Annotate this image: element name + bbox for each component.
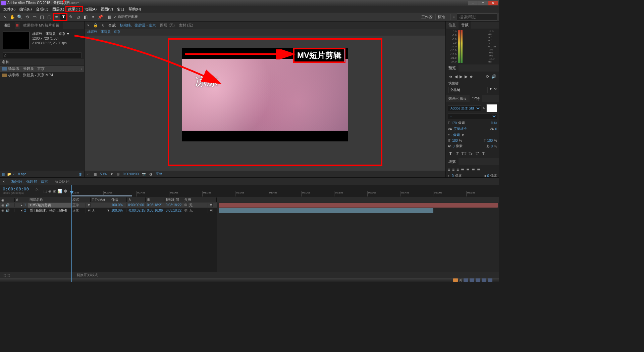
clone-tool[interactable]: ⊿	[75, 14, 81, 20]
timeline-tab[interactable]: 杨宗纬、张碧晨 - 京京	[11, 179, 48, 184]
orbit-tool[interactable]: ⟲	[24, 14, 30, 20]
project-item-comp[interactable]: 杨宗纬、张碧晨 - 京京 ▪	[0, 65, 84, 72]
col-stretch[interactable]: 伸缩	[110, 197, 127, 202]
playhead[interactable]	[71, 185, 72, 282]
comp-tab[interactable]: 杨宗纬、张碧晨 - 京京	[120, 23, 156, 28]
roto-tool[interactable]: ✦	[90, 14, 96, 20]
frame-blend-icon[interactable]: ◈	[48, 189, 51, 193]
camera-tool[interactable]: ▭	[32, 14, 38, 20]
fx-presets-tab[interactable]: 效果和预设	[446, 95, 470, 102]
footage-tab[interactable]: 素材 (无)	[179, 23, 193, 28]
menu-animation[interactable]: 动画(A)	[83, 7, 99, 12]
character-tab[interactable]: 字符	[470, 95, 482, 102]
audio-tab[interactable]: 音频	[459, 21, 471, 29]
workspace-dropdown[interactable]: 标准	[435, 14, 451, 20]
project-tab[interactable]: 项目	[0, 22, 14, 29]
subscript-button[interactable]: T,	[481, 151, 487, 156]
menu-view[interactable]: 视图(V)	[99, 7, 115, 12]
viewer-timecode[interactable]: 0:00:00:00	[123, 172, 139, 176]
paragraph-tab[interactable]: 段落	[446, 158, 459, 165]
loop-icon[interactable]: ⟳	[486, 74, 489, 79]
snap-toggle[interactable]: ▦	[106, 14, 112, 20]
transparency-icon[interactable]: ▦	[94, 172, 97, 176]
fill-color-swatch[interactable]	[486, 104, 497, 112]
col-duration[interactable]: 持续时间	[164, 197, 183, 202]
maximize-button[interactable]: □	[478, 1, 488, 5]
menu-window[interactable]: 窗口	[115, 7, 126, 12]
help-search[interactable]	[457, 13, 497, 20]
last-frame-button[interactable]: ⏭	[470, 74, 474, 79]
align-center-button[interactable]: ≡	[452, 167, 454, 172]
font-style-dropdown[interactable]: -	[448, 114, 497, 119]
col-layer-name[interactable]: 图层名称	[28, 197, 71, 202]
tray-icon[interactable]	[482, 278, 486, 282]
leading[interactable]: 自动	[490, 121, 497, 125]
tracking[interactable]: 0	[495, 127, 497, 131]
selection-tool[interactable]: ↖	[2, 14, 8, 20]
col-mode[interactable]: 模式	[71, 197, 91, 202]
menu-composition[interactable]: 合成(C)	[34, 7, 50, 12]
zoom-dropdown[interactable]: 50%	[100, 172, 107, 176]
font-size[interactable]: 170	[451, 121, 457, 125]
font-family-dropdown[interactable]: Adobe 黑体 Std	[448, 105, 481, 111]
effect-controls-tab[interactable]: 效果控件 MV短片剪辑	[20, 22, 63, 29]
breadcrumb[interactable]: 杨宗纬、张碧晨 - 京京	[85, 29, 445, 36]
menu-effect[interactable]: 效果(T)	[66, 7, 82, 12]
shortcut-dropdown[interactable]: 空格键	[448, 87, 488, 93]
next-frame-button[interactable]: ▶	[465, 74, 468, 79]
interpret-icon[interactable]: ▦	[2, 172, 5, 176]
justify-all-button[interactable]: ≣	[477, 167, 480, 172]
brush-tool[interactable]: ✎	[68, 14, 74, 20]
draft3d-icon[interactable]: ⬢	[64, 189, 67, 193]
tray-icon[interactable]	[464, 278, 468, 282]
col-trkmat[interactable]: T TrkMat	[91, 198, 110, 202]
layer-row-1[interactable]: ◉ 🔊 ▸ 1 T MV短片剪辑 正常▼ 100.0% 0:00:00:00 0…	[0, 203, 217, 208]
align-left-button[interactable]: ≡	[448, 167, 450, 172]
timeline-tracks[interactable]	[217, 203, 499, 272]
res-icon[interactable]: ⊞	[117, 172, 119, 176]
folder-icon[interactable]: 📁	[7, 172, 11, 176]
new-comp-icon[interactable]: ▭	[13, 172, 16, 176]
graph-editor-icon[interactable]: 📊	[57, 189, 62, 193]
prev-frame-button[interactable]: ◀	[454, 74, 458, 79]
auto-open-panel[interactable]: 自动打开面板	[118, 14, 138, 19]
info-tab[interactable]: 信息	[446, 21, 459, 29]
snapshot-icon[interactable]: 📷	[142, 172, 146, 176]
menu-file[interactable]: 文件(F)	[1, 7, 17, 12]
first-frame-button[interactable]: ⏮	[448, 74, 452, 79]
justify-left-button[interactable]: ≣	[461, 167, 464, 172]
region-icon[interactable]: ▭	[87, 172, 90, 176]
toggle-switches-icon[interactable]: ⬚ ⬚	[3, 273, 10, 277]
toggle-switches-modes[interactable]: 切换开关/模式	[77, 273, 98, 277]
shy-icon[interactable]: ⬚	[43, 189, 47, 193]
text-tool[interactable]: T	[60, 14, 66, 20]
tray-icon[interactable]	[488, 278, 492, 282]
italic-button[interactable]: T	[454, 151, 460, 156]
mute-icon[interactable]: 🔊	[491, 74, 496, 79]
project-col-name[interactable]: 名称	[0, 59, 84, 65]
kerning[interactable]: 度量标准	[453, 127, 467, 131]
composition-viewer[interactable]: 凉凉 MV短片剪辑	[85, 36, 445, 171]
eyedropper-icon[interactable]: ✎	[482, 106, 485, 110]
text-layer-overlay[interactable]: MV短片剪辑	[293, 48, 345, 63]
pen-tool[interactable]: ✒	[54, 14, 60, 20]
pan-behind-tool[interactable]: ◫	[39, 14, 45, 20]
justify-right-button[interactable]: ≣	[472, 167, 475, 172]
menu-edit[interactable]: 编辑(E)	[17, 7, 34, 12]
shape-tool[interactable]: ▢	[46, 14, 52, 20]
allcaps-button[interactable]: TT	[461, 151, 467, 156]
puppet-tool[interactable]: 📌	[97, 14, 103, 20]
tray-icon[interactable]	[476, 278, 480, 282]
smallcaps-button[interactable]: Tr	[468, 151, 473, 156]
comp-canvas[interactable]: 凉凉 MV短片剪辑	[182, 48, 348, 141]
align-right-button[interactable]: ≡	[457, 167, 459, 172]
hand-tool[interactable]: ✋	[9, 14, 15, 20]
channel-icon[interactable]: ◑	[149, 172, 152, 176]
lock-icon[interactable]: 🔒	[93, 23, 98, 28]
justify-center-button[interactable]: ≣	[466, 167, 470, 172]
superscript-button[interactable]: T'	[475, 151, 480, 156]
menu-layer[interactable]: 图层(L)	[50, 7, 66, 12]
trash-icon[interactable]: 🗑	[79, 172, 82, 176]
minimize-button[interactable]: −	[468, 1, 478, 5]
close-button[interactable]: ✕	[488, 1, 498, 5]
